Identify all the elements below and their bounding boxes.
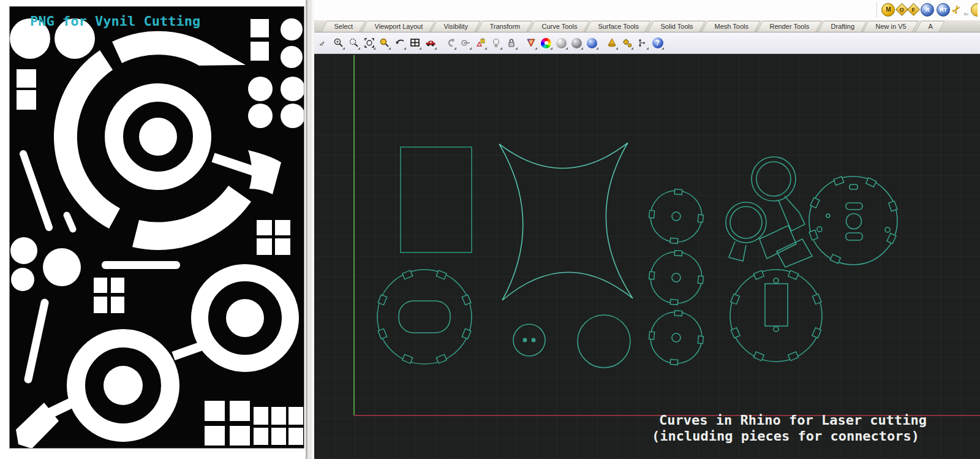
render-shield-icon[interactable] bbox=[524, 36, 538, 50]
cone-icon[interactable] bbox=[605, 36, 619, 50]
titlebar-divider bbox=[876, 2, 877, 17]
vinyl-cutting-image: PNG for Vynil Cutting bbox=[9, 6, 304, 449]
orient-circle-icon[interactable] bbox=[458, 36, 472, 50]
car-icon[interactable] bbox=[423, 36, 437, 50]
main-toolbar: ? bbox=[314, 32, 980, 54]
tab-label: Surface Tools bbox=[589, 21, 648, 30]
tab-curve-tools[interactable]: Curve Tools bbox=[529, 21, 589, 32]
pointer-icon[interactable] bbox=[316, 36, 330, 50]
zoom-window-icon[interactable] bbox=[347, 36, 361, 50]
vinyl-panel-title: PNG for Vynil Cutting bbox=[30, 13, 200, 29]
tab-visibility[interactable]: Visibility bbox=[431, 21, 480, 32]
tab-viewport-layout[interactable]: Viewport Layout bbox=[361, 21, 435, 32]
vinyl-cutting-shapes bbox=[10, 7, 304, 448]
tab-label: Visibility bbox=[435, 21, 478, 30]
tab-a-partial[interactable]: A bbox=[915, 21, 945, 32]
tab-label: Curve Tools bbox=[532, 21, 586, 30]
render-plugin-icon[interactable]: R bbox=[921, 3, 934, 17]
zoom-extents-icon[interactable] bbox=[362, 36, 376, 50]
tab-solid-tools[interactable]: Solid Tools bbox=[647, 21, 706, 32]
dimension-icon[interactable] bbox=[635, 36, 649, 50]
lock-icon[interactable] bbox=[504, 36, 518, 50]
scissors-icon[interactable]: ✂ bbox=[950, 3, 963, 16]
tab-label: Mesh Tools bbox=[705, 21, 757, 30]
tab-label: Render Tools bbox=[761, 21, 819, 30]
tab-mesh-tools[interactable]: Mesh Tools bbox=[701, 21, 761, 32]
laser-cutting-curves bbox=[314, 54, 980, 459]
viewport-caption: Curves in Rhino for Laser cutting (inclu… bbox=[652, 412, 927, 444]
color-wheel-icon[interactable] bbox=[539, 36, 553, 50]
rhino-titlebar: M O F R RT ✂ su bbox=[314, 0, 980, 20]
tab-label: Drafting bbox=[821, 21, 864, 30]
plugin-side-text: su bbox=[964, 12, 968, 16]
raytrace-sphere-icon[interactable] bbox=[585, 36, 599, 50]
tab-label: New in V5 bbox=[867, 21, 916, 30]
viewport-layout-icon[interactable] bbox=[408, 36, 422, 50]
rhino-window: M O F R RT ✂ su Select Viewport Layout V… bbox=[314, 0, 980, 459]
octane-label: O bbox=[900, 6, 904, 12]
lamp-icon[interactable] bbox=[489, 36, 503, 50]
help-icon[interactable]: ? bbox=[650, 36, 665, 50]
tab-surface-tools[interactable]: Surface Tools bbox=[586, 21, 652, 32]
flamingo-label: F bbox=[912, 7, 916, 13]
move-widget-icon[interactable] bbox=[473, 36, 488, 50]
clamp-icon[interactable] bbox=[443, 36, 457, 50]
rendered-sphere-icon[interactable] bbox=[570, 36, 584, 50]
tab-label: A bbox=[919, 21, 941, 30]
maxwell-plugin-icon[interactable]: M bbox=[881, 3, 895, 17]
undo-view-icon[interactable] bbox=[393, 36, 407, 50]
tab-select[interactable]: Select bbox=[321, 21, 365, 32]
tab-render-tools[interactable]: Render Tools bbox=[757, 21, 822, 32]
tab-new-in-v5[interactable]: New in V5 bbox=[863, 21, 919, 32]
rhino-viewport[interactable]: Curves in Rhino for Laser cutting (inclu… bbox=[314, 54, 980, 459]
zoom-selected-icon[interactable] bbox=[377, 36, 391, 50]
realtime-render-plugin-icon[interactable]: RT bbox=[937, 3, 950, 17]
panel-splitter bbox=[304, 0, 314, 459]
toolbar-tab-bar: Select Viewport Layout Visibility Transf… bbox=[314, 20, 980, 32]
options-gears-icon[interactable] bbox=[620, 36, 634, 50]
tab-label: Transform bbox=[480, 21, 529, 30]
caption-line-2: (including pieces for connectors) bbox=[652, 428, 927, 444]
plugin-icon-cluster: M O F R RT ✂ su bbox=[876, 1, 978, 18]
caption-line-1: Curves in Rhino for Laser cutting bbox=[652, 412, 927, 428]
tab-label: Solid Tools bbox=[651, 21, 702, 30]
tab-transform[interactable]: Transform bbox=[477, 21, 532, 32]
zoom-in-icon[interactable] bbox=[331, 36, 345, 50]
clipped-plugin-icon[interactable] bbox=[971, 3, 978, 17]
tab-label: Viewport Layout bbox=[365, 21, 432, 30]
shaded-sphere-icon[interactable] bbox=[554, 36, 568, 50]
flamingo-plugin-icon[interactable]: F bbox=[907, 3, 920, 16]
tab-label: Select bbox=[325, 21, 363, 30]
tab-drafting[interactable]: Drafting bbox=[818, 21, 867, 32]
